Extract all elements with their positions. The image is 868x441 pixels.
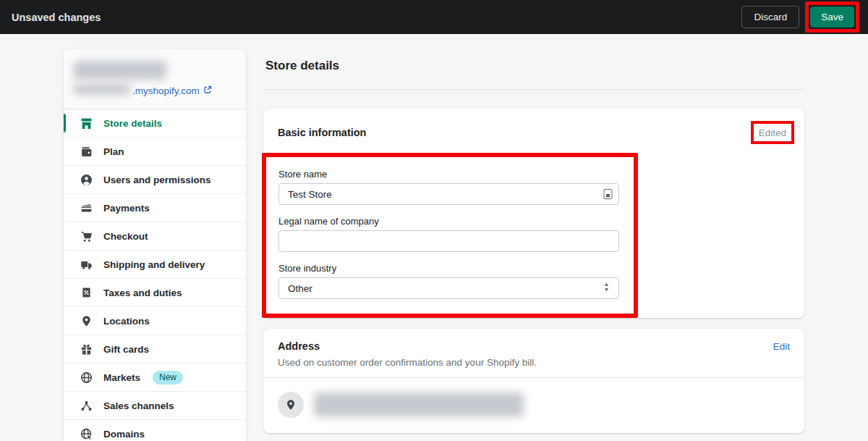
sidebar-item-label: Plan	[103, 146, 124, 157]
unsaved-changes-bar: Unsaved changes Discard Save	[0, 0, 868, 34]
settings-sidebar: .myshopify.com Store details Plan Users …	[64, 49, 246, 441]
sidebar-item-checkout[interactable]: Checkout	[64, 222, 246, 251]
active-indicator	[64, 114, 66, 133]
sidebar-item-label: Locations	[103, 316, 150, 327]
sidebar-item-domains[interactable]: Domains	[64, 420, 246, 441]
store-subdomain-redacted	[74, 84, 130, 95]
legal-name-label: Legal name of company	[278, 216, 619, 227]
location-pin-avatar	[278, 392, 304, 418]
topbar-actions: Discard Save	[741, 1, 859, 33]
sidebar-item-label: Domains	[103, 429, 145, 440]
select-updown-icon	[603, 282, 610, 294]
sidebar-item-plan[interactable]: Plan	[64, 138, 246, 166]
sidebar-item-label: Users and permissions	[103, 175, 211, 185]
sidebar-item-label: Sales channels	[103, 400, 174, 411]
globe-arrow-icon	[80, 428, 93, 440]
wallet-icon	[80, 146, 93, 158]
sidebar-item-store-details[interactable]: Store details	[64, 109, 246, 138]
sidebar-item-gift-cards[interactable]: Gift cards	[64, 335, 246, 364]
address-row	[263, 378, 804, 433]
store-industry-label: Store industry	[278, 263, 619, 274]
map-pin-icon	[80, 315, 93, 327]
cart-icon	[80, 230, 93, 243]
sidebar-item-label: Checkout	[103, 231, 148, 242]
globe-icon	[80, 371, 93, 384]
sidebar-item-label: Shipping and delivery	[103, 259, 205, 270]
red-annotation-form-fields: Store name Legal name of company Store i…	[262, 153, 638, 318]
new-badge: New	[153, 371, 183, 385]
autofill-icon	[603, 188, 613, 203]
sidebar-item-markets[interactable]: Markets New	[64, 364, 246, 392]
gift-icon	[80, 343, 93, 356]
store-header: .myshopify.com	[64, 49, 246, 109]
receipt-percent-icon	[80, 287, 93, 299]
main-content: Store details Basic information Edited S…	[263, 49, 804, 441]
legal-name-field: Legal name of company	[278, 216, 619, 252]
store-industry-value: Other	[288, 283, 312, 294]
address-description: Used on customer order confirmations and…	[278, 357, 790, 368]
sidebar-item-label: Markets	[103, 372, 140, 383]
store-name-field: Store name	[278, 169, 619, 205]
discard-button[interactable]: Discard	[741, 6, 799, 28]
user-icon	[80, 174, 93, 186]
basic-information-title: Basic information	[278, 127, 366, 138]
credit-card-icon	[80, 202, 93, 214]
red-annotation-save: Save	[805, 1, 859, 33]
truck-icon	[80, 259, 93, 271]
store-name-input[interactable]	[278, 183, 619, 205]
title-divider	[263, 89, 804, 90]
store-name-redacted	[74, 61, 166, 80]
sidebar-item-label: Payments	[103, 203, 150, 214]
network-icon	[80, 400, 93, 412]
external-link-icon	[203, 84, 212, 97]
unsaved-changes-label: Unsaved changes	[12, 12, 101, 23]
sidebar-item-label: Store details	[103, 118, 162, 129]
save-button[interactable]: Save	[810, 7, 854, 28]
store-name-label: Store name	[278, 169, 619, 180]
basic-information-card: Basic information Edited Store name Lega…	[263, 109, 804, 318]
sidebar-item-label: Taxes and duties	[103, 287, 182, 298]
address-title: Address	[278, 340, 320, 352]
page-title: Store details	[265, 59, 804, 73]
sidebar-item-locations[interactable]: Locations	[64, 307, 246, 335]
store-industry-select[interactable]: Other	[278, 277, 619, 299]
myshopify-domain-link[interactable]: .myshopify.com	[132, 85, 200, 96]
sidebar-item-taxes-and-duties[interactable]: Taxes and duties	[64, 279, 246, 307]
edited-badge: Edited	[759, 127, 786, 138]
sidebar-item-users-and-permissions[interactable]: Users and permissions	[64, 166, 246, 194]
address-card: Address Edit Used on customer order conf…	[263, 329, 804, 433]
sidebar-item-payments[interactable]: Payments	[64, 194, 246, 222]
store-industry-field: Store industry Other	[278, 263, 619, 299]
address-redacted	[314, 392, 524, 417]
red-annotation-edited: Edited	[751, 121, 794, 144]
sidebar-item-label: Gift cards	[103, 344, 149, 355]
legal-name-input[interactable]	[278, 230, 619, 252]
address-edit-link[interactable]: Edit	[773, 341, 790, 352]
sidebar-item-sales-channels[interactable]: Sales channels	[64, 392, 246, 420]
sidebar-item-shipping-and-delivery[interactable]: Shipping and delivery	[64, 251, 246, 279]
storefront-icon	[80, 117, 93, 130]
